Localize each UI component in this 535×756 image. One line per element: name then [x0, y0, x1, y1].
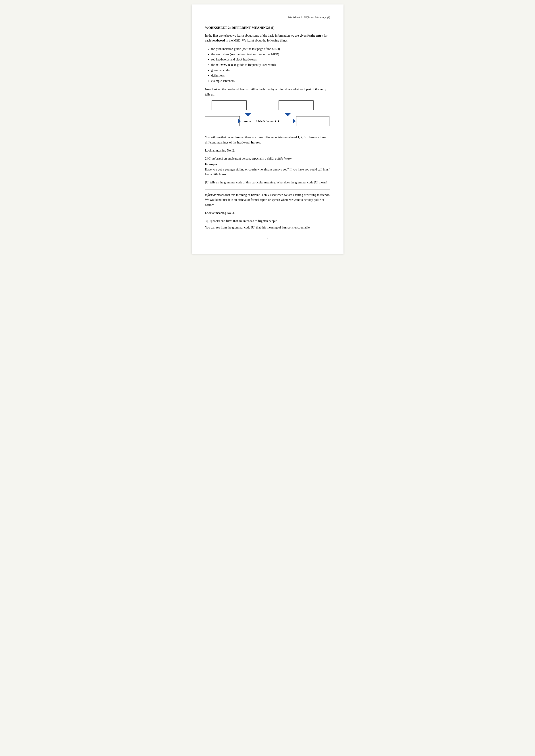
example-text: Have you got a younger sibling or cousin… — [205, 167, 330, 177]
svg-marker-5 — [285, 113, 291, 116]
bullet-list: the pronunciation guide (see the last pa… — [211, 46, 330, 84]
svg-text:horror: horror — [242, 120, 252, 123]
meaning-2-number: 2 — [205, 157, 207, 160]
horror-bold4: horror — [251, 193, 260, 197]
list-item: the ★, ★★, ★★★ guide to frequently used … — [211, 62, 330, 68]
svg-rect-0 — [212, 101, 246, 110]
you-will-see-text: You will see that under horror, there ar… — [205, 135, 330, 145]
list-item: grammar codes — [211, 68, 330, 73]
horror-bold2: horror — [235, 136, 243, 139]
page: Worksheet 2: Different Meanings (I) WORK… — [192, 5, 344, 254]
page-header: Worksheet 2: Different Meanings (I) — [205, 15, 330, 19]
diagram-area: horror / 'hɒrə / noun ★★ — [205, 100, 330, 130]
svg-marker-3 — [245, 113, 251, 116]
meaning-2-label: 2 [C] informal an unpleasant person, esp… — [205, 156, 330, 161]
look-meaning-2-text: Look at meaning No. 2. — [205, 148, 330, 153]
example-phrase: a little horror — [275, 157, 292, 160]
bold-numbers: 1, 2, 3 — [298, 136, 306, 139]
svg-marker-10 — [293, 119, 296, 123]
list-item: example sentences — [211, 78, 330, 84]
meaning-3-label: 3 [U] books and films that are intended … — [205, 219, 330, 224]
worksheet-title: WORKSHEET 2: DIFFERENT MEANINGS (I) — [205, 26, 330, 30]
intro-paragraph: In the first worksheet we learnt about s… — [205, 33, 330, 43]
diagram-svg: horror / 'hɒrə / noun ★★ — [205, 100, 330, 129]
informal-word: informal — [205, 193, 216, 197]
svg-rect-1 — [279, 101, 313, 110]
header-title: Worksheet 2: Different Meanings (I) — [288, 15, 330, 19]
horror-bold3: horror — [251, 141, 260, 144]
grammar-code-text: [C] tells us the grammar code of this pa… — [205, 180, 330, 185]
horror-bold: horror — [240, 88, 249, 91]
bold-headword: headword — [211, 39, 225, 42]
list-item: red headwords and black headwords — [211, 57, 330, 62]
list-item: the word class (see the front inside cov… — [211, 52, 330, 57]
page-number: 7 — [205, 237, 330, 240]
look-meaning-3-text: Look at meaning No. 3. — [205, 211, 330, 216]
example-heading: Example — [205, 163, 330, 166]
svg-text:/ 'hɒrə / noun ★★: / 'hɒrə / noun ★★ — [256, 120, 280, 123]
meaning-3-number: 3 — [205, 219, 207, 223]
informal-explanation: informal means that this meaning of horr… — [205, 193, 330, 207]
uncountable-text: You can see from the grammar code [U] th… — [205, 225, 330, 230]
list-item: definitions — [211, 73, 330, 78]
svg-rect-11 — [296, 116, 329, 126]
informal-label: informal — [212, 157, 223, 160]
bold-the: the entry — [311, 34, 323, 37]
svg-rect-6 — [205, 116, 240, 126]
horror-bold5: horror — [282, 226, 291, 229]
lookup-text: Now look up the headword horror. Fill in… — [205, 87, 330, 97]
list-item: the pronunciation guide (see the last pa… — [211, 46, 330, 52]
